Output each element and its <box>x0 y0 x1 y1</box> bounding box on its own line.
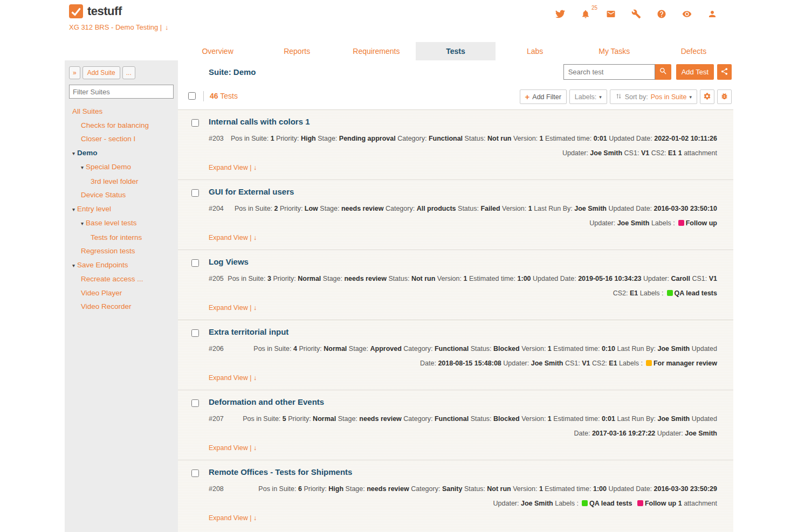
suites-sidebar: » Add Suite ... All Suites Checks for ba… <box>65 60 178 532</box>
field-value: 2022-01-02 10:11:26 <box>654 135 717 142</box>
test-id: #203 <box>209 132 224 146</box>
field-value: 1:00 <box>593 485 607 493</box>
attachment-label: attachment <box>684 149 717 157</box>
field-key: Category: <box>411 485 440 493</box>
share-button[interactable] <box>717 64 732 80</box>
search-test-input[interactable] <box>563 64 655 80</box>
labels-dropdown-button[interactable]: Labels: ▾ <box>569 89 607 104</box>
mail-icon[interactable] <box>606 9 616 19</box>
field-value: E1 <box>609 360 617 367</box>
test-checkbox[interactable] <box>191 259 199 267</box>
twitter-icon[interactable] <box>555 9 565 19</box>
field-value: 4 <box>293 345 297 353</box>
add-test-button[interactable]: Add Test <box>676 64 714 80</box>
search-button[interactable] <box>655 64 671 80</box>
tab-my-tasks[interactable]: My Tasks <box>575 42 654 60</box>
field-key: Pos in Suite: <box>258 485 296 493</box>
field-value: 1:00 <box>518 275 531 282</box>
expand-view-link[interactable]: Expand View | ↓ <box>209 514 717 522</box>
suite-tree: All Suites Checks for balancing Closer -… <box>69 105 174 314</box>
tools-icon[interactable] <box>631 9 641 19</box>
suite-tree-item[interactable]: Video Recorder <box>69 300 174 314</box>
tree-expand-arrow-icon[interactable]: ▾ <box>72 206 75 212</box>
field-value: 5 <box>283 415 286 423</box>
help-icon[interactable] <box>657 9 666 19</box>
suite-name: 3rd level folder <box>91 177 139 185</box>
brand: testuff XG 312 BRS - Demo Testing | ↓ <box>69 4 168 31</box>
test-title[interactable]: Internal calls with colors 1 <box>209 117 310 126</box>
suite-tree-item[interactable]: 3rd level folder <box>69 175 174 189</box>
field-key: Updated Date: <box>533 275 576 282</box>
suite-tree-item[interactable]: Recreate access ... <box>69 272 174 286</box>
header-icons: 25 <box>555 9 717 19</box>
suite-tree-item[interactable]: Video Player <box>69 286 174 300</box>
suite-tree-item[interactable]: ▾Base level tests <box>69 216 174 231</box>
test-title[interactable]: Log Views <box>209 257 249 266</box>
toolbar-left: 46 Tests <box>186 91 238 101</box>
suite-more-button[interactable]: ... <box>122 66 135 79</box>
suite-tree-item[interactable]: ▾Demo <box>69 146 174 161</box>
tab-reports[interactable]: Reports <box>257 42 336 60</box>
main-tabs: Overview Reports Requirements Tests Labs… <box>178 42 733 60</box>
webinar-icon[interactable] <box>682 9 692 19</box>
tab-requirements[interactable]: Requirements <box>336 42 416 60</box>
test-checkbox[interactable] <box>191 189 199 197</box>
label-name: Follow up <box>645 500 676 507</box>
test-title[interactable]: Extra territorial input <box>209 327 288 336</box>
tab-overview[interactable]: Overview <box>178 42 257 60</box>
field-key: Priority: <box>273 275 295 282</box>
suite-tree-item[interactable]: Regression tests <box>69 244 174 258</box>
expand-view-link[interactable]: Expand View | ↓ <box>209 444 717 452</box>
logo[interactable]: testuff <box>69 4 168 18</box>
field-value: Functional <box>435 415 469 423</box>
tree-expand-arrow-icon[interactable]: ▾ <box>72 262 75 268</box>
test-title[interactable]: Remote Offices - Tests for Shipments <box>209 467 352 476</box>
expand-view-link[interactable]: Expand View | ↓ <box>209 374 717 382</box>
field-value: needs review <box>359 415 402 423</box>
expand-view-link[interactable]: Expand View | ↓ <box>209 234 717 241</box>
notifications-bell-icon[interactable]: 25 <box>581 9 590 19</box>
add-suite-button[interactable]: Add Suite <box>82 66 120 79</box>
filter-suites-input[interactable] <box>69 85 174 99</box>
suite-name: Video Recorder <box>81 302 132 310</box>
bug-report-button[interactable] <box>717 89 732 104</box>
expand-arrow-icon: ↓ <box>253 374 257 382</box>
suite-tree-item[interactable]: Device Status <box>69 188 174 202</box>
suite-tree-item[interactable]: All Suites <box>69 105 174 119</box>
tree-expand-arrow-icon[interactable]: ▾ <box>81 220 84 226</box>
tree-expand-arrow-icon[interactable]: ▾ <box>81 164 84 170</box>
tab-tests[interactable]: Tests <box>416 42 495 60</box>
project-selector[interactable]: XG 312 BRS - Demo Testing | ↓ <box>69 23 168 31</box>
account-icon[interactable] <box>707 9 717 19</box>
suite-tree-item[interactable]: Checks for balancing <box>69 119 174 133</box>
collapse-sidebar-button[interactable]: » <box>69 66 80 79</box>
field-key: Pos in Suite: <box>228 275 265 282</box>
suite-tree-item[interactable]: ▾Special Demo <box>69 160 174 175</box>
suite-tree-item[interactable]: ▾Save Endpoints <box>69 258 174 273</box>
test-details: #206 Pos in Suite: 4 Priority: Normal St… <box>209 342 717 371</box>
suite-tree-item[interactable]: Tests for interns <box>69 231 174 245</box>
field-key: CS1: <box>692 275 707 282</box>
expand-arrow-icon: ↓ <box>253 444 257 452</box>
tab-defects[interactable]: Defects <box>654 42 733 60</box>
suite-name: Checks for balancing <box>81 121 149 129</box>
test-checkbox[interactable] <box>191 119 199 127</box>
test-checkbox[interactable] <box>191 399 199 407</box>
add-filter-button[interactable]: + Add Filter <box>520 89 567 104</box>
sort-dropdown-button[interactable]: Sort by: Pos in Suite ▾ <box>610 89 697 104</box>
expand-view-link[interactable]: Expand View | ↓ <box>209 164 717 171</box>
settings-button[interactable] <box>700 89 714 104</box>
field-key: Priority: <box>288 415 311 423</box>
tab-labs[interactable]: Labs <box>496 42 575 60</box>
expand-view-link[interactable]: Expand View | ↓ <box>209 304 717 312</box>
select-all-checkbox[interactable] <box>188 92 196 100</box>
field-key: Status: <box>464 485 485 493</box>
suite-tree-item[interactable]: Closer - section I <box>69 132 174 146</box>
test-title[interactable]: GUI for External users <box>209 187 294 196</box>
suite-tree-item[interactable]: ▾Entry level <box>69 202 174 217</box>
tree-expand-arrow-icon[interactable]: ▾ <box>72 150 75 156</box>
test-title[interactable]: Deformation and other Events <box>209 397 324 406</box>
test-checkbox[interactable] <box>191 469 199 477</box>
test-checkbox[interactable] <box>191 329 199 337</box>
test-fields: Pos in Suite: 6 Priority: High Stage: ne… <box>258 485 717 507</box>
